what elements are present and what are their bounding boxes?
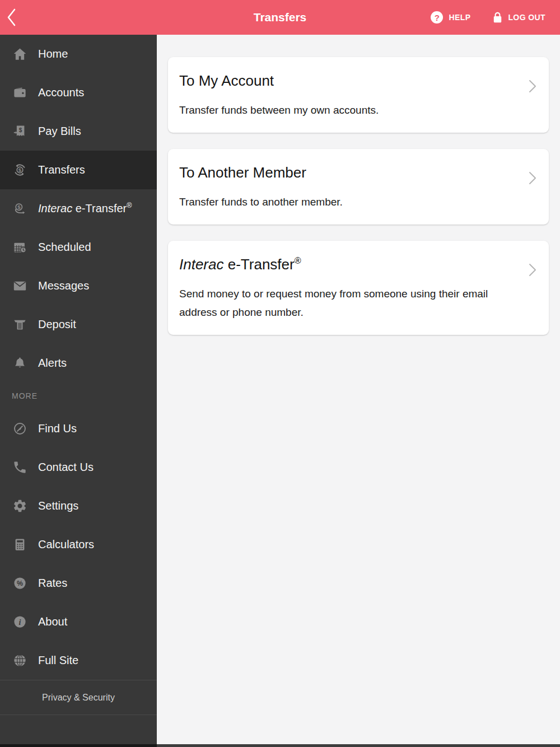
back-button[interactable]	[0, 0, 31, 35]
home-icon	[12, 46, 27, 62]
info-circle-icon: i	[12, 614, 27, 630]
card-description: Transfer funds to another member.	[179, 193, 515, 211]
chevron-right-icon	[529, 171, 536, 185]
chevron-right-icon	[529, 80, 536, 93]
globe-icon	[12, 653, 27, 669]
logout-label: LOG OUT	[508, 13, 545, 22]
sidebar-section-more: MORE	[0, 382, 157, 409]
svg-text:%: %	[17, 580, 23, 587]
bell-icon	[12, 356, 27, 371]
card-description: Transfer funds between my own accounts.	[179, 101, 515, 119]
sidebar-item-label: Contact Us	[38, 461, 94, 474]
calculator-icon	[12, 537, 27, 553]
sidebar-item-label: Find Us	[38, 422, 77, 435]
transfer-icon: $	[12, 162, 27, 178]
sidebar-item-deposit[interactable]: Deposit	[0, 305, 157, 344]
svg-text:$: $	[18, 167, 21, 173]
sidebar-item-transfers[interactable]: $ Transfers	[0, 151, 157, 189]
sidebar-item-label: Messages	[38, 279, 89, 292]
sidebar-item-label: Pay Bills	[38, 125, 81, 138]
sidebar-item-full-site[interactable]: Full Site	[0, 641, 157, 680]
sidebar-item-find-us[interactable]: Find Us	[0, 409, 157, 448]
sidebar-item-interac-etransfer[interactable]: $ Interac e-Transfer®	[0, 189, 157, 228]
sidebar-nav: Home Accounts $ Pay Bills $ Transfers $ …	[0, 35, 157, 747]
sidebar-item-label: Full Site	[38, 654, 78, 667]
logout-button[interactable]: LOG OUT	[493, 11, 545, 24]
cheque-deposit-icon	[12, 317, 27, 333]
lock-icon	[493, 11, 502, 24]
card-to-another-member[interactable]: To Another Member Transfer funds to anot…	[168, 149, 549, 225]
sidebar-item-label: Interac e-Transfer®	[38, 202, 132, 215]
card-to-my-account[interactable]: To My Account Transfer funds between my …	[168, 57, 549, 133]
envelope-icon	[12, 278, 27, 294]
sidebar-item-accounts[interactable]: Accounts	[0, 73, 157, 112]
sidebar-item-settings[interactable]: Settings	[0, 487, 157, 525]
sidebar-item-label: Scheduled	[38, 241, 91, 254]
header-bar: Transfers ? HELP LOG OUT	[0, 0, 560, 35]
wallet-icon	[12, 85, 27, 101]
sidebar-item-pay-bills[interactable]: $ Pay Bills	[0, 112, 157, 151]
svg-text:$: $	[18, 127, 22, 133]
gear-icon	[12, 498, 27, 514]
sidebar-item-label: Calculators	[38, 538, 94, 551]
calendar-clock-icon	[12, 240, 27, 255]
card-title: To My Account	[179, 72, 515, 90]
compass-icon	[12, 421, 27, 437]
sidebar-item-calculators[interactable]: Calculators	[0, 525, 157, 564]
sidebar-item-label: Transfers	[38, 164, 85, 176]
help-button[interactable]: ? HELP	[431, 11, 470, 24]
svg-text:$: $	[17, 204, 21, 210]
sidebar-item-about[interactable]: i About	[0, 603, 157, 641]
sidebar-item-label: Accounts	[38, 86, 84, 99]
card-title: Interac e-Transfer®	[179, 256, 515, 273]
chevron-left-icon	[7, 8, 16, 26]
card-description: Send money to or request money from some…	[179, 284, 515, 321]
chevron-right-icon	[529, 263, 536, 277]
sidebar-item-alerts[interactable]: Alerts	[0, 344, 157, 382]
help-label: HELP	[449, 13, 470, 22]
card-interac-etransfer[interactable]: Interac e-Transfer® Send money to or req…	[168, 241, 549, 335]
percent-circle-icon: %	[12, 576, 27, 591]
privacy-security-link[interactable]: Privacy & Security	[0, 680, 157, 715]
bill-icon: $	[12, 124, 27, 139]
sidebar-item-label: Alerts	[38, 357, 67, 370]
bottom-bar	[0, 744, 560, 747]
card-title: To Another Member	[179, 164, 515, 181]
phone-icon	[12, 460, 27, 475]
sidebar-item-contact-us[interactable]: Contact Us	[0, 448, 157, 487]
sidebar-item-messages[interactable]: Messages	[0, 267, 157, 305]
sidebar-item-label: About	[38, 615, 67, 628]
sidebar-item-scheduled[interactable]: Scheduled	[0, 228, 157, 267]
content-area: To My Account Transfer funds between my …	[157, 35, 560, 747]
svg-text:i: i	[18, 618, 21, 627]
bottom-bar-sidebar-segment	[0, 744, 157, 747]
sidebar-item-label: Deposit	[38, 318, 76, 331]
etransfer-icon: $	[12, 201, 27, 217]
sidebar-item-home[interactable]: Home	[0, 35, 157, 73]
sidebar-item-label: Settings	[38, 499, 78, 512]
question-circle-icon: ?	[431, 11, 443, 24]
sidebar-item-rates[interactable]: % Rates	[0, 564, 157, 603]
sidebar-item-label: Rates	[38, 577, 67, 590]
sidebar-item-label: Home	[38, 48, 68, 60]
